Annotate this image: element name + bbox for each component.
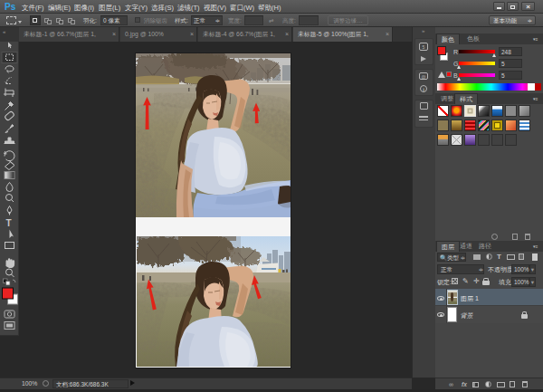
svg-text:T: T — [6, 218, 12, 228]
